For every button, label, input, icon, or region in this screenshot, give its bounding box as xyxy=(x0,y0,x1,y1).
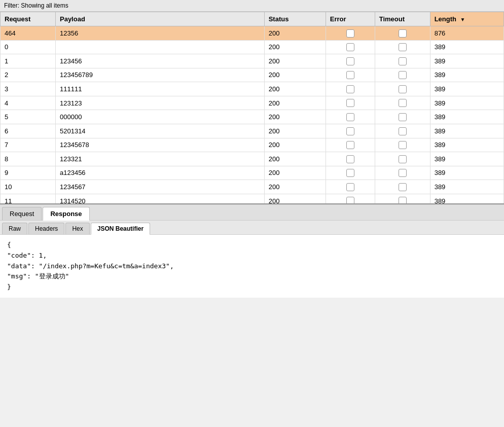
table-row[interactable]: 111314520200389 xyxy=(1,194,504,204)
cell-error-checkbox[interactable] xyxy=(346,141,354,149)
cell-error-checkbox[interactable] xyxy=(346,85,354,93)
cell-timeout-checkbox[interactable] xyxy=(399,57,407,65)
table-row[interactable]: 101234567200389 xyxy=(1,180,504,194)
filter-text: Filter: Showing all items xyxy=(4,2,68,9)
subtab-headers[interactable]: Headers xyxy=(28,223,64,234)
table-row[interactable]: 1123456200389 xyxy=(1,54,504,68)
subtab-raw[interactable]: Raw xyxy=(2,223,27,234)
json-line-3: "msg": "登录成功" xyxy=(7,271,497,282)
cell-timeout[interactable] xyxy=(375,96,430,110)
cell-length: 389 xyxy=(430,68,503,82)
cell-timeout[interactable] xyxy=(375,26,430,41)
col-header-error[interactable]: Error xyxy=(326,12,375,26)
cell-error[interactable] xyxy=(326,26,375,41)
cell-timeout-checkbox[interactable] xyxy=(399,29,407,38)
col-header-length[interactable]: Length ▼ xyxy=(430,12,503,26)
col-header-status[interactable]: Status xyxy=(264,12,326,26)
cell-error-checkbox[interactable] xyxy=(346,155,354,163)
cell-timeout-checkbox[interactable] xyxy=(399,99,407,107)
cell-status: 200 xyxy=(264,54,326,68)
cell-error-checkbox[interactable] xyxy=(346,197,354,204)
cell-error[interactable] xyxy=(326,138,375,152)
cell-timeout-checkbox[interactable] xyxy=(399,141,407,149)
cell-error[interactable] xyxy=(326,54,375,68)
cell-timeout[interactable] xyxy=(375,68,430,82)
cell-error[interactable] xyxy=(326,194,375,204)
cell-payload: 000000 xyxy=(55,110,264,124)
table-row[interactable]: 3111111200389 xyxy=(1,82,504,96)
cell-error-checkbox[interactable] xyxy=(346,113,354,121)
cell-timeout-checkbox[interactable] xyxy=(399,43,407,51)
cell-timeout[interactable] xyxy=(375,110,430,124)
tab-request[interactable]: Request xyxy=(2,207,42,220)
cell-timeout-checkbox[interactable] xyxy=(399,155,407,163)
cell-timeout[interactable] xyxy=(375,194,430,204)
cell-timeout[interactable] xyxy=(375,152,430,166)
cell-error-checkbox[interactable] xyxy=(346,43,354,51)
tab-response[interactable]: Response xyxy=(43,207,89,221)
cell-length: 389 xyxy=(430,40,503,54)
subtab-json-beautifier[interactable]: JSON Beautifier xyxy=(91,223,150,235)
cell-timeout-checkbox[interactable] xyxy=(399,169,407,177)
table-row[interactable]: 65201314200389 xyxy=(1,124,504,138)
cell-error[interactable] xyxy=(326,82,375,96)
cell-status: 200 xyxy=(264,152,326,166)
cell-error[interactable] xyxy=(326,96,375,110)
cell-length: 389 xyxy=(430,194,503,204)
table-row[interactable]: 8123321200389 xyxy=(1,152,504,166)
cell-timeout[interactable] xyxy=(375,54,430,68)
cell-length: 389 xyxy=(430,110,503,124)
table-row[interactable]: 5000000200389 xyxy=(1,110,504,124)
cell-error[interactable] xyxy=(326,124,375,138)
table-row[interactable]: 2123456789200389 xyxy=(1,68,504,82)
cell-timeout[interactable] xyxy=(375,82,430,96)
cell-error-checkbox[interactable] xyxy=(346,183,354,191)
cell-request: 5 xyxy=(1,110,56,124)
cell-error[interactable] xyxy=(326,40,375,54)
cell-timeout[interactable] xyxy=(375,180,430,194)
cell-error-checkbox[interactable] xyxy=(346,57,354,65)
cell-request: 11 xyxy=(1,194,56,204)
results-table-container[interactable]: Request Payload Status Error Timeout Len… xyxy=(0,12,504,204)
table-row[interactable]: 712345678200389 xyxy=(1,138,504,152)
cell-timeout-checkbox[interactable] xyxy=(399,197,407,204)
cell-timeout-checkbox[interactable] xyxy=(399,113,407,121)
cell-error-checkbox[interactable] xyxy=(346,99,354,107)
cell-timeout[interactable] xyxy=(375,138,430,152)
cell-request: 7 xyxy=(1,138,56,152)
cell-error[interactable] xyxy=(326,110,375,124)
cell-error[interactable] xyxy=(326,68,375,82)
cell-timeout-checkbox[interactable] xyxy=(399,183,407,191)
cell-error[interactable] xyxy=(326,180,375,194)
cell-error-checkbox[interactable] xyxy=(346,169,354,177)
cell-timeout[interactable] xyxy=(375,40,430,54)
cell-payload: 12356 xyxy=(55,26,264,41)
col-header-timeout[interactable]: Timeout xyxy=(375,12,430,26)
subtab-hex[interactable]: Hex xyxy=(65,223,89,234)
cell-error-checkbox[interactable] xyxy=(346,127,354,135)
cell-request: 464 xyxy=(1,26,56,41)
cell-payload xyxy=(55,40,264,54)
cell-timeout-checkbox[interactable] xyxy=(399,127,407,135)
col-header-payload[interactable]: Payload xyxy=(55,12,264,26)
table-row[interactable]: 46412356200876 xyxy=(1,26,504,41)
cell-timeout-checkbox[interactable] xyxy=(399,85,407,93)
cell-request: 10 xyxy=(1,180,56,194)
cell-error-checkbox[interactable] xyxy=(346,29,354,38)
table-row[interactable]: 0200389 xyxy=(1,40,504,54)
col-header-request[interactable]: Request xyxy=(1,12,56,26)
json-line-1: "code": 1, xyxy=(7,251,497,261)
json-line-4: } xyxy=(7,282,497,293)
json-line-0: { xyxy=(7,240,497,251)
cell-length: 389 xyxy=(430,54,503,68)
cell-payload: 12345678 xyxy=(55,138,264,152)
cell-timeout[interactable] xyxy=(375,124,430,138)
cell-timeout[interactable] xyxy=(375,166,430,180)
table-row[interactable]: 9a123456200389 xyxy=(1,166,504,180)
filter-bar: Filter: Showing all items xyxy=(0,0,504,12)
cell-timeout-checkbox[interactable] xyxy=(399,71,407,79)
table-row[interactable]: 4123123200389 xyxy=(1,96,504,110)
cell-error-checkbox[interactable] xyxy=(346,71,354,79)
cell-error[interactable] xyxy=(326,152,375,166)
cell-error[interactable] xyxy=(326,166,375,180)
